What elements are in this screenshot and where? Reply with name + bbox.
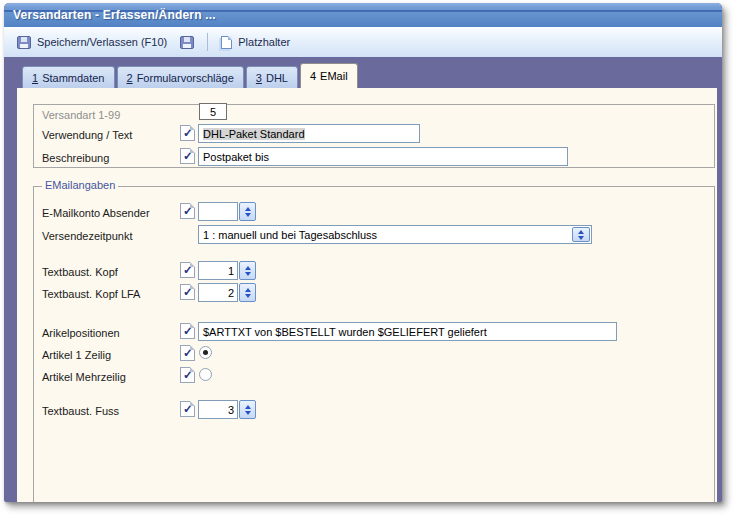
versandart-input[interactable]: 5 [199, 103, 227, 120]
textbaust-kopf-lfa-spinner: 2 [198, 283, 256, 302]
emailkonto-spin-button[interactable] [239, 202, 256, 221]
beschreibung-value: Postpaket bis [203, 151, 269, 163]
emailkonto-check-toggle[interactable] [180, 203, 195, 219]
down-arrow-icon [245, 213, 251, 217]
tab-label: Formularvorschläge [137, 72, 234, 84]
tab-label: DHL [266, 72, 288, 84]
tab-accelerator: 4 [310, 70, 316, 82]
textbaust-kopf-lfa-spin-button[interactable] [239, 283, 256, 302]
artikelpositionen-input[interactable]: $ARTTXT von $BESTELLT wurden $GELIEFERT … [198, 322, 617, 341]
down-arrow-icon [245, 272, 251, 276]
artikelpositionen-value: $ARTTXT von $BESTELLT wurden $GELIEFERT … [203, 326, 487, 338]
versendezeitpunkt-value: 1 : manuell und bei Tagesabschluss [203, 229, 377, 241]
tab-accelerator: 1 [32, 72, 38, 84]
beschreibung-label: Beschreibung [42, 152, 109, 164]
textbaust-fuss-spin-button[interactable] [239, 400, 256, 419]
artikel-mehrzeilig-label: Artikel Mehrzeilig [42, 371, 126, 383]
artikel-einzeilig-radio[interactable] [199, 346, 212, 359]
beschreibung-input[interactable]: Postpaket bis [198, 147, 568, 166]
verwendung-value: DHL-Paket Standard [203, 128, 305, 140]
textbaust-kopf-lfa-label: Textbaust. Kopf LFA [42, 288, 140, 300]
emailkonto-label: E-Mailkonto Absender [42, 207, 150, 219]
tab-stammdaten[interactable]: 1Stammdaten [22, 66, 115, 88]
emailkonto-input[interactable] [198, 202, 238, 221]
beschreibung-check-toggle[interactable] [180, 148, 195, 164]
tab-bar: 1Stammdaten 2Formularvorschläge 3DHL 4EM… [17, 57, 717, 88]
down-arrow-icon [245, 294, 251, 298]
save-exit-label: Speichern/Verlassen (F10) [37, 36, 167, 48]
desktop-background: Versandarten - Erfassen/Ändern ... Speic… [0, 0, 736, 518]
placeholder-page-icon [221, 36, 232, 49]
tab-accelerator: 2 [127, 72, 133, 84]
artikel-mehrzeilig-radio[interactable] [199, 368, 212, 381]
emailangaben-group-title: EMailangaben [42, 179, 118, 191]
versendezeitpunkt-label: Versendezeitpunkt [42, 230, 133, 242]
window-title: Versandarten - Erfassen/Ändern ... [13, 8, 216, 22]
down-arrow-icon [245, 411, 251, 415]
placeholder-label: Platzhalter [238, 36, 290, 48]
textbaust-fuss-label: Textbaust. Fuss [42, 405, 119, 417]
textbaust-kopf-label: Textbaust. Kopf [42, 266, 118, 278]
tab-email[interactable]: 4EMail [300, 63, 358, 88]
up-arrow-icon [245, 266, 251, 270]
artikelpositionen-label: Arikelpositionen [42, 327, 120, 339]
tab-formularvorschlaege[interactable]: 2Formularvorschläge [117, 66, 244, 88]
toolbar: Speichern/Verlassen (F10) Platzhalter [4, 27, 722, 57]
versandart-label: Versandart 1-99 [42, 109, 120, 121]
save-icon [17, 36, 31, 49]
up-arrow-icon [245, 405, 251, 409]
textbaust-kopf-spin-button[interactable] [239, 261, 256, 280]
up-arrow-icon [578, 230, 584, 234]
tab-accelerator: 3 [256, 72, 262, 84]
up-arrow-icon [245, 207, 251, 211]
window-title-bar[interactable]: Versandarten - Erfassen/Ändern ... [4, 3, 722, 27]
textbaust-kopf-lfa-check-toggle[interactable] [180, 284, 195, 300]
tab-label: EMail [320, 70, 348, 82]
versendezeitpunkt-select[interactable]: 1 : manuell und bei Tagesabschluss [198, 225, 592, 244]
textbaust-fuss-spinner: 3 [198, 400, 256, 419]
artikel-einzeilig-label: Artikel 1 Zeilig [42, 349, 111, 361]
tab-dhl[interactable]: 3DHL [246, 66, 298, 88]
verwendung-check-toggle[interactable] [180, 125, 195, 141]
textbaust-fuss-input[interactable]: 3 [198, 400, 238, 419]
textbaust-kopf-input[interactable]: 1 [198, 261, 238, 280]
artikel-mehrzeilig-check-toggle[interactable] [180, 367, 195, 383]
artikelpositionen-check-toggle[interactable] [180, 323, 195, 339]
textbaust-kopf-spinner: 1 [198, 261, 256, 280]
save-button[interactable] [175, 33, 199, 52]
tab-page-frame: 1Stammdaten 2Formularvorschläge 3DHL 4EM… [4, 57, 722, 502]
up-arrow-icon [245, 288, 251, 292]
save-exit-button[interactable]: Speichern/Verlassen (F10) [12, 33, 172, 52]
save-icon [180, 36, 194, 49]
placeholder-button[interactable]: Platzhalter [216, 33, 295, 52]
tab-label: Stammdaten [42, 72, 104, 84]
toolbar-separator [207, 33, 208, 51]
versendezeitpunkt-dropdown-button[interactable] [572, 227, 590, 242]
textbaust-kopf-check-toggle[interactable] [180, 262, 195, 278]
verwendung-label: Verwendung / Text [42, 129, 132, 141]
artikel-einzeilig-check-toggle[interactable] [180, 345, 195, 361]
app-window: Versandarten - Erfassen/Ändern ... Speic… [4, 3, 722, 502]
textbaust-kopf-lfa-input[interactable]: 2 [198, 283, 238, 302]
textbaust-fuss-check-toggle[interactable] [180, 401, 195, 417]
verwendung-input[interactable]: DHL-Paket Standard [198, 124, 420, 143]
emailkonto-spinner [198, 202, 256, 221]
tab-email-content: Versandart 1-99 5 Verwendung / Text DHL-… [17, 88, 717, 502]
down-arrow-icon [578, 236, 584, 240]
